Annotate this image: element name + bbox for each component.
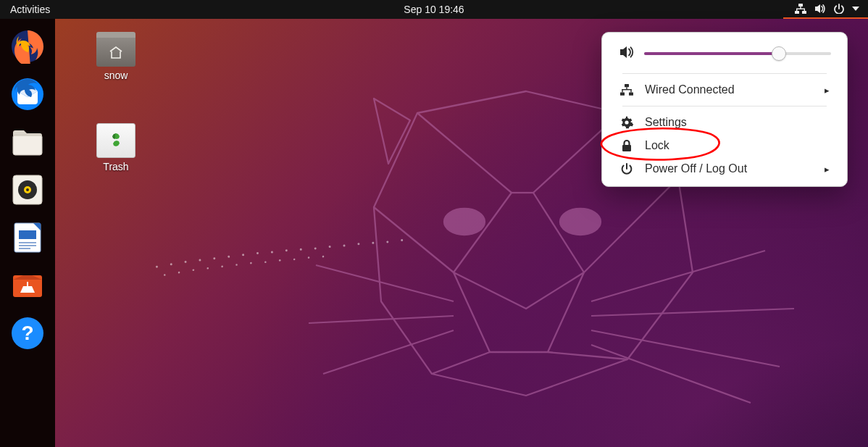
svg-point-66 bbox=[26, 188, 29, 191]
power-icon bbox=[834, 4, 844, 14]
svg-rect-78 bbox=[629, 93, 633, 96]
menu-item-label: Lock bbox=[645, 139, 830, 152]
dock-item-rhythmbox[interactable] bbox=[7, 170, 48, 210]
svg-line-55 bbox=[591, 251, 765, 301]
svg-point-27 bbox=[192, 269, 194, 271]
svg-marker-38 bbox=[374, 99, 410, 164]
desktop-icon-label: Trash bbox=[87, 161, 145, 172]
svg-line-46 bbox=[374, 207, 454, 272]
gear-icon bbox=[619, 116, 634, 129]
lock-icon bbox=[619, 139, 634, 152]
volume-row bbox=[602, 43, 847, 69]
divider bbox=[622, 73, 827, 74]
svg-point-25 bbox=[164, 274, 166, 276]
svg-line-53 bbox=[309, 316, 454, 323]
svg-rect-79 bbox=[626, 87, 627, 89]
writer-icon bbox=[10, 220, 45, 255]
svg-point-16 bbox=[285, 249, 288, 251]
svg-point-14 bbox=[256, 252, 259, 254]
svg-line-41 bbox=[417, 113, 512, 193]
svg-rect-69 bbox=[19, 230, 36, 239]
network-wired-icon bbox=[619, 84, 634, 96]
svg-line-56 bbox=[591, 309, 794, 316]
svg-rect-76 bbox=[625, 84, 629, 87]
volume-icon bbox=[814, 4, 826, 14]
volume-fill bbox=[644, 52, 779, 55]
trash-icon bbox=[96, 123, 135, 158]
svg-line-57 bbox=[591, 330, 780, 367]
files-icon bbox=[10, 125, 45, 159]
svg-rect-82 bbox=[630, 89, 631, 93]
desktop-icon-snow[interactable]: snow bbox=[87, 32, 145, 81]
folder-icon bbox=[96, 32, 135, 67]
svg-point-26 bbox=[178, 272, 180, 274]
menu-item-lock[interactable]: Lock bbox=[602, 134, 847, 157]
chevron-right-icon: ▸ bbox=[825, 164, 830, 175]
firefox-icon bbox=[10, 29, 45, 64]
menu-item-settings[interactable]: Settings bbox=[602, 111, 847, 134]
dock: ? bbox=[0, 19, 55, 447]
svg-rect-0 bbox=[798, 4, 803, 7]
clock[interactable]: Sep 10 19:46 bbox=[404, 0, 464, 19]
svg-point-51 bbox=[560, 209, 601, 235]
svg-point-33 bbox=[279, 259, 281, 262]
svg-rect-61 bbox=[13, 135, 42, 155]
menu-item-label: Settings bbox=[645, 116, 830, 129]
menu-item-label: Wired Connected bbox=[645, 83, 814, 96]
svg-rect-4 bbox=[796, 9, 805, 9]
svg-rect-80 bbox=[622, 89, 631, 90]
dock-item-libreoffice-writer[interactable] bbox=[7, 217, 48, 258]
menu-item-wired[interactable]: Wired Connected ▸ bbox=[602, 78, 847, 101]
divider bbox=[622, 106, 827, 106]
network-wired-icon bbox=[795, 4, 806, 14]
thunderbird-icon bbox=[10, 77, 45, 112]
rhythmbox-icon bbox=[10, 172, 45, 207]
svg-rect-81 bbox=[622, 89, 622, 93]
svg-rect-83 bbox=[622, 145, 631, 151]
svg-rect-77 bbox=[620, 93, 625, 96]
svg-point-12 bbox=[228, 256, 230, 258]
dock-item-help[interactable]: ? bbox=[7, 313, 48, 354]
volume-thumb[interactable] bbox=[772, 46, 786, 61]
system-menu: Wired Connected ▸ Settings Lock bbox=[601, 32, 848, 187]
svg-line-58 bbox=[591, 345, 751, 403]
svg-point-29 bbox=[221, 266, 223, 268]
svg-point-30 bbox=[235, 264, 238, 266]
svg-point-32 bbox=[264, 261, 267, 263]
svg-point-15 bbox=[271, 251, 273, 253]
volume-icon bbox=[619, 46, 634, 62]
desktop-icon-trash[interactable]: Trash bbox=[87, 123, 145, 172]
dock-item-firefox[interactable] bbox=[7, 26, 48, 67]
help-icon: ? bbox=[10, 316, 45, 351]
svg-point-9 bbox=[184, 261, 186, 263]
svg-rect-70 bbox=[19, 242, 36, 243]
svg-rect-6 bbox=[804, 9, 805, 11]
svg-rect-2 bbox=[802, 11, 806, 14]
software-icon bbox=[10, 268, 45, 303]
menu-item-power[interactable]: Power Off / Log Out ▸ bbox=[602, 157, 847, 180]
dock-item-ubuntu-software[interactable] bbox=[7, 265, 48, 306]
volume-slider[interactable] bbox=[644, 47, 831, 60]
svg-marker-40 bbox=[454, 272, 584, 352]
status-area[interactable] bbox=[783, 0, 868, 19]
desktop-icon-label: snow bbox=[87, 70, 145, 81]
svg-point-8 bbox=[170, 263, 172, 265]
power-icon bbox=[619, 163, 634, 175]
svg-point-7 bbox=[156, 266, 158, 268]
svg-text:?: ? bbox=[21, 322, 33, 344]
svg-rect-72 bbox=[19, 248, 30, 249]
svg-point-10 bbox=[199, 259, 201, 261]
dock-item-thunderbird[interactable] bbox=[7, 74, 48, 114]
desktop-root: Activities Sep 10 19:46 bbox=[0, 0, 868, 447]
svg-line-52 bbox=[316, 265, 454, 301]
svg-point-11 bbox=[213, 257, 215, 259]
dock-item-files[interactable] bbox=[7, 122, 48, 162]
svg-point-31 bbox=[250, 262, 252, 264]
svg-point-28 bbox=[206, 267, 209, 270]
chevron-right-icon: ▸ bbox=[825, 85, 830, 96]
activities-button[interactable]: Activities bbox=[0, 0, 60, 19]
svg-line-54 bbox=[323, 330, 454, 374]
dropdown-icon bbox=[852, 7, 859, 11]
svg-rect-71 bbox=[19, 245, 36, 246]
top-bar: Activities Sep 10 19:46 bbox=[0, 0, 868, 19]
